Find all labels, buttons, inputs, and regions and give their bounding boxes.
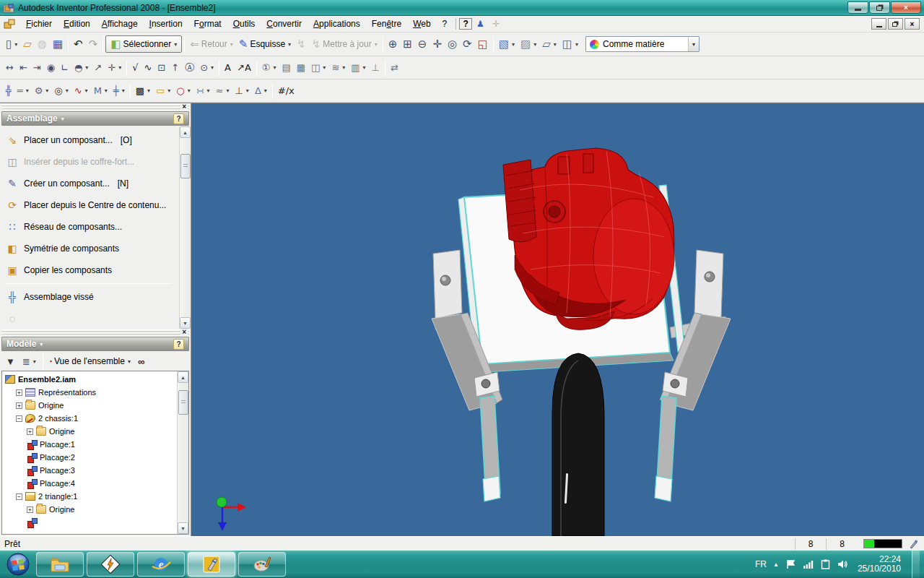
tree-expander[interactable]: +: [27, 506, 33, 513]
language-indicator[interactable]: FR: [755, 559, 767, 569]
surface-check-button[interactable]: √ ▾: [129, 59, 141, 77]
tree-item[interactable]: Placage:3: [5, 464, 177, 477]
child-close-button[interactable]: ×: [905, 18, 920, 30]
chevron-down-icon[interactable]: ▾: [272, 64, 276, 71]
chamfer-note-button[interactable]: ◓ ▾: [71, 59, 91, 77]
table-button[interactable]: ▦ ▾: [294, 59, 308, 77]
pan-button[interactable]: ✛ ▾: [430, 35, 445, 53]
network-signal-icon[interactable]: [803, 559, 814, 569]
view-selector[interactable]: ▪ Vue de l'ensemble ▾: [47, 353, 134, 369]
menu-item[interactable]: Affichage: [96, 17, 144, 31]
chevron-down-icon[interactable]: ▾: [206, 87, 210, 94]
chevron-down-icon[interactable]: ▾: [341, 64, 345, 71]
chevron-down-icon[interactable]: ▾: [187, 87, 191, 94]
undo-button[interactable]: ↶ ▾: [71, 35, 86, 53]
menu-item[interactable]: Fichier: [20, 17, 58, 31]
start-button[interactable]: [6, 552, 30, 577]
center-mark-button[interactable]: ✛ ▾: [105, 59, 124, 77]
zoom-all-button[interactable]: ⊕ ▾: [385, 35, 401, 53]
show-desktop-button[interactable]: [912, 551, 920, 578]
spline-button[interactable]: ∿ ▾: [141, 59, 154, 77]
chevron-down-icon[interactable]: ▾: [322, 64, 326, 71]
update-part-button[interactable]: ↯ ▾: [294, 35, 309, 53]
chevron-down-icon[interactable]: ▾: [118, 64, 121, 71]
hidden-edge-display-button[interactable]: ▨ ▾: [518, 35, 539, 53]
help-icon[interactable]: ?: [173, 113, 184, 124]
return-button[interactable]: ⇐ Retour ▾: [187, 35, 236, 53]
help-icon[interactable]: ?: [173, 339, 184, 350]
component-opacity-button[interactable]: ◫ ▾: [559, 35, 581, 53]
right-bracket[interactable]: [694, 250, 723, 319]
hole-table-button[interactable]: ◫ ▾: [308, 59, 328, 77]
tree-item[interactable]: + Origine: [5, 425, 177, 438]
chevron-down-icon[interactable]: ▾: [45, 87, 48, 94]
front-wheel[interactable]: [552, 353, 604, 536]
clock[interactable]: 22:24 25/10/2010: [858, 555, 901, 574]
chevron-down-icon[interactable]: ▾: [84, 64, 88, 71]
taskbar-inventor-button[interactable]: [188, 552, 235, 577]
taskbar-winamp-button[interactable]: [87, 552, 134, 577]
datum-identifier-button[interactable]: ⊡ ▾: [154, 59, 168, 77]
panel-close-icon[interactable]: ×: [180, 103, 188, 111]
child-minimize-button[interactable]: [871, 18, 886, 30]
assemblage-panel-header[interactable]: Assemblage ▾ ?: [1, 111, 189, 126]
menu-item[interactable]: Outils: [227, 17, 261, 31]
tree-item[interactable]: + Représentations: [5, 386, 177, 399]
press-fit-button[interactable]: ⊥ ▾: [232, 82, 252, 100]
menu-item[interactable]: Applications: [308, 17, 366, 31]
chevron-down-icon[interactable]: ▾: [147, 87, 150, 94]
feature-id-button[interactable]: ⊙ ▾: [197, 59, 217, 77]
zoom-button[interactable]: ⊖ ▾: [415, 35, 430, 53]
chevron-down-icon[interactable]: ▾: [553, 41, 557, 48]
menu-item[interactable]: Insertion: [144, 17, 188, 31]
menu-item[interactable]: ?: [437, 17, 453, 31]
close-button[interactable]: ×: [891, 1, 921, 14]
volume-icon[interactable]: [837, 559, 848, 569]
material-combo[interactable]: Comme matière ▾: [585, 36, 699, 52]
tree-item[interactable]: Placage:2: [5, 451, 177, 464]
help-topics-button[interactable]: ?: [459, 18, 472, 30]
scroll-track[interactable]: [180, 138, 191, 317]
save-button[interactable]: ▦ ▾: [50, 35, 66, 53]
zoom-selected-button[interactable]: ◎ ▾: [445, 35, 460, 53]
clipboard-icon[interactable]: [820, 559, 831, 569]
clipped-item[interactable]: ◌: [4, 308, 179, 329]
new-document-button[interactable]: ▯ ▾: [3, 35, 20, 53]
scroll-thumb[interactable]: [180, 154, 191, 178]
3d-viewport[interactable]: [191, 103, 924, 536]
chevron-down-icon[interactable]: ▾: [263, 87, 267, 94]
weld-bead-button[interactable]: ▥ ▾: [348, 59, 368, 77]
left-bracket[interactable]: [433, 250, 462, 319]
hole-note-button[interactable]: ◉ ▾: [44, 59, 58, 77]
tree-expander[interactable]: +: [16, 402, 22, 409]
tree-item[interactable]: − 2 triangle:1: [5, 490, 177, 503]
tree-item[interactable]: Placage:4: [5, 477, 177, 490]
hierarchy-button[interactable]: ≣▾: [19, 353, 39, 369]
limits-fits-button[interactable]: ∺ ▾: [193, 82, 213, 100]
tree-item[interactable]: [5, 516, 177, 529]
tray-expand-icon[interactable]: ▲: [773, 561, 779, 568]
scroll-down-button[interactable]: ▼: [180, 317, 191, 329]
chevron-down-icon[interactable]: ▾: [374, 41, 378, 48]
chevron-down-icon[interactable]: ▾: [121, 87, 125, 94]
tree-expander[interactable]: −: [16, 493, 22, 500]
scroll-up-button[interactable]: ▲: [178, 371, 188, 383]
menu-item[interactable]: Format: [188, 17, 227, 31]
chevron-down-icon[interactable]: ▾: [25, 87, 29, 94]
tree-item[interactable]: − 2 chassis:1: [5, 412, 177, 425]
place-from-content-center[interactable]: ⟳ Placer depuis le Centre de contenu...: [4, 194, 179, 216]
menu-item[interactable]: Fenêtre: [366, 17, 407, 31]
chevron-down-icon[interactable]: ▾: [65, 87, 69, 94]
open-button[interactable]: ▱ ▾: [20, 35, 35, 53]
restore-button[interactable]: [869, 1, 890, 14]
shaded-display-button[interactable]: ▧ ▾: [496, 35, 518, 53]
tree-item[interactable]: Placage:1: [5, 438, 177, 451]
child-restore-button[interactable]: [888, 18, 903, 30]
scroll-up-button[interactable]: ▲: [180, 126, 191, 138]
chevron-down-icon[interactable]: ▾: [104, 87, 108, 94]
panel-drag-handle[interactable]: ×: [1, 329, 189, 336]
tree-item[interactable]: + Origine: [5, 503, 177, 516]
chevron-down-icon[interactable]: ▾: [287, 41, 291, 48]
chevron-down-icon[interactable]: ▾: [226, 87, 230, 94]
chevron-down-icon[interactable]: ▾: [173, 41, 177, 48]
